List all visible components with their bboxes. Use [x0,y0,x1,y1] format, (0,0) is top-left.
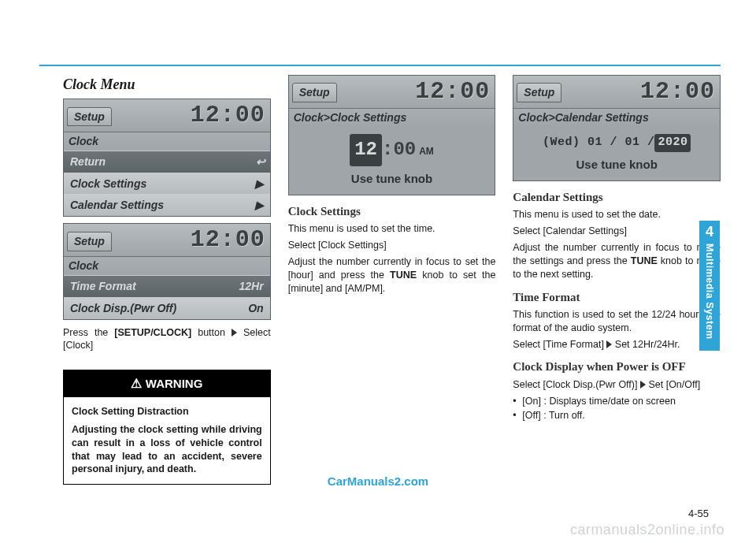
body-text: Adjust the number currently in focus to … [513,241,721,281]
screen-clock: 12:00 [191,224,265,256]
screen-tab: Setup [67,232,112,251]
menu-row-return: Return ↩ [64,151,270,173]
header-rule [39,65,721,66]
menu-row-clock-settings: Clock Settings ▶ [64,173,270,195]
chapter-label: Multimedia System [704,244,715,340]
watermark: carmanuals2online.info [570,522,724,538]
column-1: Clock Menu Setup 12:00 Clock Return ↩ Cl… [63,75,271,485]
hour-selected: 12 [350,134,382,166]
screen-clock: 12:00 [640,76,715,108]
column-3: Setup 12:00 Clock>Calendar Settings (Wed… [513,75,721,485]
menu-row-calendar-settings: Calendar Settings ▶ [64,194,270,216]
body-text: This menu is used to set the time. [288,222,496,236]
screen-clock: 12:00 [191,99,265,132]
screen-clock: 12:00 [415,76,490,108]
warning-text: Adjusting the clock setting while drivin… [72,424,262,475]
heading-time-format: Time Format [513,289,721,305]
screen-tab: Setup [517,83,561,102]
minute-value: 00 [393,137,416,162]
screen-breadcrumb: Clock [64,132,270,151]
use-tune-label: Use tune knob [294,171,491,187]
chevron-right-icon: ▶ [255,198,264,213]
screen-breadcrumb: Clock>Calendar Settings [513,109,720,127]
screen-tab: Setup [292,83,337,102]
body-text: Select [Clock Settings] [288,239,496,252]
chevron-right-icon: ▶ [255,177,264,192]
body-text: This menu is used to set the date. [513,208,721,221]
body-text: Select [Time Format] Set 12Hr/24Hr. [513,338,721,351]
page-number: 4-55 [688,508,709,519]
warning-subtitle: Clock Setting Distraction [72,405,262,418]
section-title: Clock Menu [63,75,271,94]
screen-clock-settings: Setup 12:00 Clock>Clock Settings 12:00AM… [288,75,496,195]
chapter-number: 4 [699,224,720,240]
bullet-list: [On] : Displays time/date on screen [Off… [513,395,721,423]
warning-header: WARNING [64,370,270,397]
chapter-tab: 4 Multimedia System [699,221,720,351]
body-text: Select [Calendar Settings] [513,225,721,238]
warning-box: WARNING Clock Setting Distraction Adjust… [63,370,271,485]
date-prefix: (Wed) 01 / 01 / [543,136,655,149]
screen-tab: Setup [67,107,112,127]
instruction-text: Press the [SETUP/CLOCK] button Select [C… [63,326,271,353]
menu-row-time-format: Time Format 12Hr [64,275,270,297]
body-text: This function is used to set the 12/24 h… [513,308,721,335]
heading-clock-display-off: Clock Display when Power is OFF [513,359,721,374]
screen-breadcrumb: Clock [64,257,270,275]
list-item: [On] : Displays time/date on screen [513,395,721,408]
screen-calendar-settings: Setup 12:00 Clock>Calendar Settings (Wed… [513,75,721,181]
column-2: Setup 12:00 Clock>Clock Settings 12:00AM… [288,75,496,485]
ampm-value: AM [419,146,434,157]
heading-clock-settings: Clock Settings [288,203,496,219]
footer-link[interactable]: CarManuals2.com [0,474,756,488]
year-selected: 2020 [654,134,691,151]
use-tune-label: Use tune knob [518,157,715,173]
list-item: [Off] : Turn off. [513,409,721,422]
warning-body: Clock Setting Distraction Adjusting the … [64,397,270,484]
return-icon: ↩ [256,154,264,169]
screen-breadcrumb: Clock>Clock Settings [289,109,495,127]
screen-clock-menu-bottom: Setup 12:00 Clock Time Format 12Hr Clock… [63,223,271,319]
screen-clock-menu-top: Setup 12:00 Clock Return ↩ Clock Setting… [63,99,271,217]
heading-calendar-settings: Calendar Settings [513,189,721,205]
body-text: Select [Clock Disp.(Pwr Off)] Set [On/Of… [513,378,721,392]
menu-row-clock-disp: Clock Disp.(Pwr Off) On [64,297,270,319]
body-text: Adjust the number currently in focus to … [288,255,496,296]
